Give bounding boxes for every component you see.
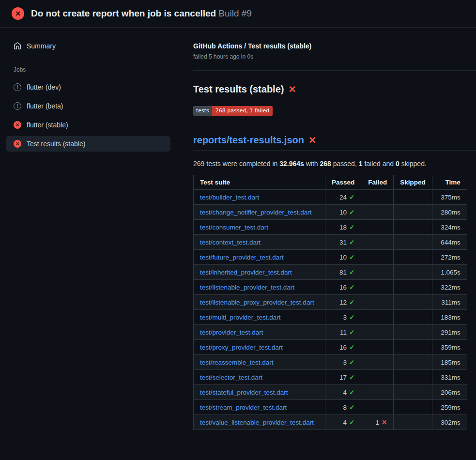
failed-count: 1 — [375, 419, 379, 426]
failed-cell — [361, 235, 394, 250]
x-circle-icon: ✕ — [12, 7, 24, 20]
test-suite-link[interactable]: test/change_notifier_provider_test.dart — [200, 209, 311, 216]
suite-cell: test/future_provider_test.dart — [194, 250, 325, 265]
sidebar: Summary Jobs !flutter (dev)!flutter (bet… — [0, 28, 184, 155]
sidebar-item-job[interactable]: ✕Test results (stable) — [6, 136, 170, 152]
passed-cell: 17✓ — [325, 370, 361, 385]
passed-cell: 81✓ — [325, 265, 361, 280]
table-row: test/inherited_provider_test.dart81✓1.06… — [194, 265, 467, 280]
time-cell: 1.065s — [432, 265, 467, 280]
passed-count: 24 — [339, 194, 347, 201]
check-icon: ✓ — [349, 209, 354, 216]
test-suite-link[interactable]: test/listenable_provider_test.dart — [200, 284, 294, 291]
time-cell: 183ms — [432, 310, 467, 325]
check-icon: ✓ — [349, 224, 354, 231]
test-suite-link[interactable]: test/reassemble_test.dart — [200, 359, 274, 366]
sidebar-item-summary[interactable]: Summary — [6, 38, 170, 54]
header-time: Time — [432, 175, 467, 190]
time-cell: 302ms — [432, 415, 467, 430]
suite-cell: test/multi_provider_test.dart — [194, 310, 325, 325]
results-table-body: test/builder_test.dart24✓375mstest/chang… — [194, 190, 467, 430]
failed-cell — [361, 250, 394, 265]
suite-cell: test/change_notifier_provider_test.dart — [194, 205, 325, 220]
table-row: test/value_listenable_provider_test.dart… — [194, 415, 467, 430]
failed-cell — [361, 355, 394, 370]
run-title-heading: Do not create report when job is cancell… — [31, 8, 252, 19]
build-number: Build #9 — [218, 8, 252, 18]
test-suite-link[interactable]: test/context_test.dart — [200, 239, 261, 246]
test-suite-link[interactable]: test/stream_provider_test.dart — [200, 404, 287, 411]
home-icon — [14, 42, 21, 50]
passed-cell: 4✓ — [325, 385, 361, 400]
stop-circle-icon: ! — [14, 102, 21, 110]
test-suite-link[interactable]: test/value_listenable_provider_test.dart — [200, 419, 314, 426]
skipped-cell — [394, 265, 432, 280]
failed-cell — [361, 265, 394, 280]
failed-cell — [361, 340, 394, 355]
badge-label: tests — [193, 106, 212, 116]
passed-cell: 8✓ — [325, 400, 361, 415]
test-suite-link[interactable]: test/proxy_provider_test.dart — [200, 344, 283, 351]
test-suite-link[interactable]: test/listenable_proxy_provider_test.dart — [200, 299, 314, 306]
check-icon: ✓ — [349, 269, 354, 276]
passed-cell: 3✓ — [325, 355, 361, 370]
test-suite-link[interactable]: test/selector_test.dart — [200, 374, 262, 381]
sidebar-item-job[interactable]: !flutter (dev) — [6, 79, 170, 95]
sidebar-item-job[interactable]: ✕flutter (stable) — [6, 117, 170, 133]
failed-cell — [361, 325, 394, 340]
passed-count: 17 — [339, 374, 347, 381]
divider — [193, 70, 476, 71]
x-icon: ✕ — [382, 419, 387, 426]
suite-cell: test/stateful_provider_test.dart — [194, 385, 325, 400]
skipped-cell — [394, 385, 432, 400]
table-row: test/stateful_provider_test.dart4✓206ms — [194, 385, 467, 400]
test-suite-link[interactable]: test/stateful_provider_test.dart — [200, 389, 288, 396]
summary-duration: 32.964s — [279, 160, 304, 168]
run-title: Do not create report when job is cancell… — [31, 8, 216, 18]
suite-cell: test/proxy_provider_test.dart — [194, 340, 325, 355]
passed-cell: 12✓ — [325, 295, 361, 310]
status-line: failed 5 hours ago in 0s — [193, 53, 476, 60]
failed-cell — [361, 310, 394, 325]
report-file-link[interactable]: reports/test-results.json — [193, 135, 304, 146]
table-row: test/builder_test.dart24✓375ms — [194, 190, 467, 205]
skipped-cell — [394, 250, 432, 265]
passed-count: 12 — [339, 299, 347, 306]
header: ✕ Do not create report when job is cance… — [0, 0, 476, 28]
sidebar-item-job[interactable]: !flutter (beta) — [6, 98, 170, 114]
table-row: test/selector_test.dart17✓331ms — [194, 370, 467, 385]
test-suite-link[interactable]: test/multi_provider_test.dart — [200, 314, 281, 321]
check-icon: ✓ — [349, 299, 354, 306]
test-suite-link[interactable]: test/consumer_test.dart — [200, 224, 268, 231]
header-failed: Failed — [361, 175, 394, 190]
passed-cell: 10✓ — [325, 205, 361, 220]
skipped-cell — [394, 415, 432, 430]
failed-cell: 1✕ — [361, 415, 394, 430]
badge-value: 268 passed, 1 failed — [212, 106, 273, 116]
section-title: Test results (stable) ✕ — [193, 84, 476, 95]
failed-cell — [361, 205, 394, 220]
section-title-text: Test results (stable) — [193, 84, 284, 95]
test-suite-link[interactable]: test/builder_test.dart — [200, 194, 259, 201]
test-suite-link[interactable]: test/inherited_provider_test.dart — [200, 269, 292, 276]
time-cell: 206ms — [432, 385, 467, 400]
table-row: test/listenable_proxy_provider_test.dart… — [194, 295, 467, 310]
failed-cell — [361, 295, 394, 310]
suite-cell: test/stream_provider_test.dart — [194, 400, 325, 415]
passed-cell: 31✓ — [325, 235, 361, 250]
time-cell: 331ms — [432, 370, 467, 385]
time-cell: 311ms — [432, 295, 467, 310]
passed-cell: 3✓ — [325, 310, 361, 325]
passed-cell: 11✓ — [325, 325, 361, 340]
passed-count: 3 — [343, 314, 347, 321]
check-icon: ✓ — [349, 254, 354, 261]
passed-count: 3 — [343, 359, 347, 366]
test-suite-link[interactable]: test/provider_test.dart — [200, 329, 263, 336]
skipped-cell — [394, 355, 432, 370]
time-cell: 272ms — [432, 250, 467, 265]
test-suite-link[interactable]: test/future_provider_test.dart — [200, 254, 284, 261]
check-icon: ✓ — [349, 239, 354, 246]
job-label: Test results (stable) — [27, 140, 85, 148]
check-icon: ✓ — [349, 389, 354, 396]
passed-cell: 10✓ — [325, 250, 361, 265]
